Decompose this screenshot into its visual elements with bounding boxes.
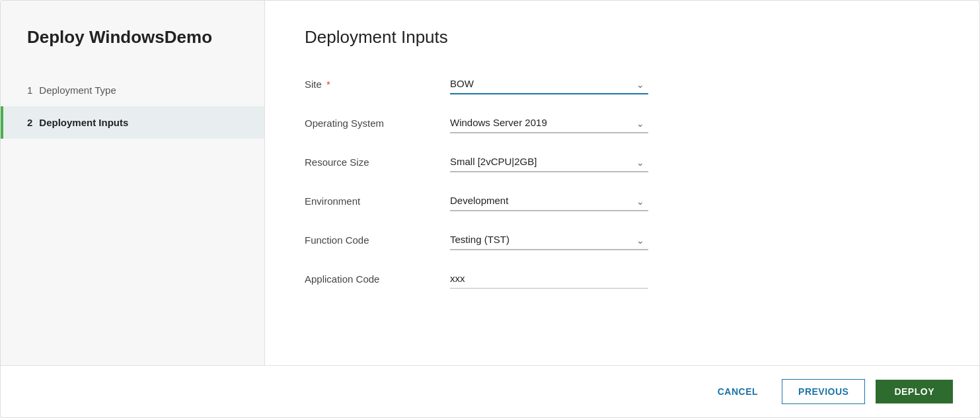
- label-environment: Environment: [305, 195, 450, 207]
- sidebar-item-2-label: Deployment Inputs: [39, 117, 128, 128]
- environment-select[interactable]: Development Staging Production: [450, 191, 648, 211]
- form-row-function-code: Function Code Testing (TST) Development …: [305, 230, 940, 250]
- form-row-os: Operating System Windows Server 2019 Win…: [305, 113, 940, 133]
- sidebar-item-1-label: Deployment Type: [39, 85, 116, 96]
- form-area: Site * BOW NYC LAX CHI ⌄ Operating: [305, 74, 940, 339]
- deploy-button[interactable]: DEPLOY: [876, 380, 953, 403]
- os-select[interactable]: Windows Server 2019 Windows Server 2016 …: [450, 113, 648, 133]
- sidebar-item-2-number: 2: [27, 117, 32, 128]
- form-row-site: Site * BOW NYC LAX CHI ⌄: [305, 74, 940, 94]
- os-select-wrapper: Windows Server 2019 Windows Server 2016 …: [450, 113, 648, 133]
- form-row-resource-size: Resource Size Small [2vCPU|2GB] Medium […: [305, 152, 940, 172]
- resource-size-select[interactable]: Small [2vCPU|2GB] Medium [4vCPU|8GB] Lar…: [450, 152, 648, 172]
- main-content: Deployment Inputs Site * BOW NYC LAX CHI: [265, 1, 979, 365]
- sidebar-title: Deploy WindowsDemo: [1, 27, 264, 74]
- previous-button[interactable]: PREVIOUS: [782, 379, 865, 404]
- site-select[interactable]: BOW NYC LAX CHI: [450, 74, 648, 94]
- cancel-button[interactable]: CANCEL: [704, 380, 771, 403]
- label-os: Operating System: [305, 118, 450, 129]
- label-application-code: Application Code: [305, 273, 450, 285]
- function-code-select-wrapper: Testing (TST) Development (DEV) Producti…: [450, 230, 648, 250]
- form-row-application-code: Application Code: [305, 269, 940, 289]
- modal-body: Deploy WindowsDemo 1 Deployment Type 2 D…: [1, 1, 979, 365]
- form-row-environment: Environment Development Staging Producti…: [305, 191, 940, 211]
- resource-size-select-wrapper: Small [2vCPU|2GB] Medium [4vCPU|8GB] Lar…: [450, 152, 648, 172]
- site-select-wrapper: BOW NYC LAX CHI ⌄: [450, 74, 648, 94]
- required-star-site: *: [324, 79, 330, 90]
- function-code-select[interactable]: Testing (TST) Development (DEV) Producti…: [450, 230, 648, 250]
- application-code-input[interactable]: [450, 269, 648, 289]
- sidebar-item-deployment-inputs[interactable]: 2 Deployment Inputs: [1, 106, 264, 139]
- label-site: Site *: [305, 79, 450, 90]
- main-title: Deployment Inputs: [305, 27, 940, 48]
- modal-container: Deploy WindowsDemo 1 Deployment Type 2 D…: [0, 0, 980, 418]
- label-function-code: Function Code: [305, 234, 450, 246]
- sidebar-item-1-number: 1: [27, 85, 32, 96]
- label-resource-size: Resource Size: [305, 157, 450, 168]
- modal-footer: CANCEL PREVIOUS DEPLOY: [1, 365, 979, 417]
- environment-select-wrapper: Development Staging Production ⌄: [450, 191, 648, 211]
- sidebar: Deploy WindowsDemo 1 Deployment Type 2 D…: [1, 1, 265, 365]
- sidebar-item-deployment-type[interactable]: 1 Deployment Type: [1, 74, 264, 106]
